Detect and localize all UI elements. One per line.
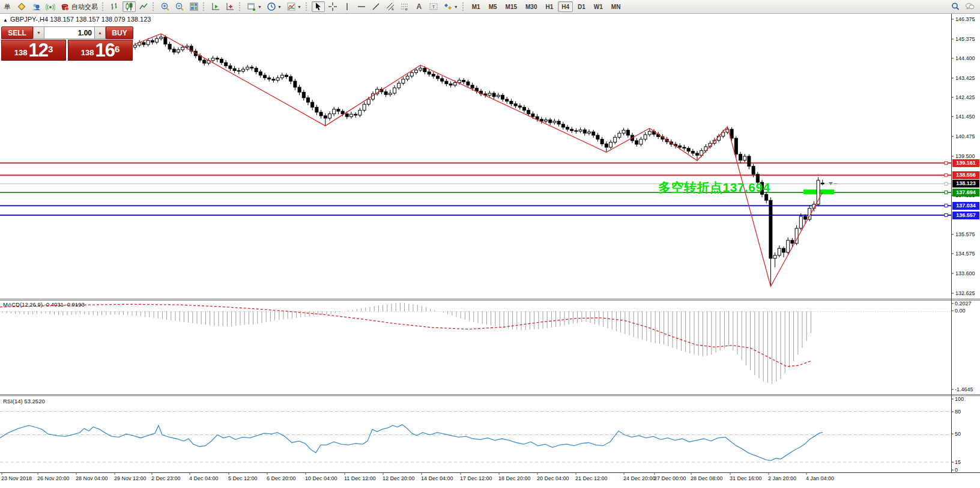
crosshair-tool-button[interactable] bbox=[326, 1, 339, 12]
candle-body bbox=[605, 144, 608, 147]
candle-body bbox=[510, 101, 513, 103]
candle-body bbox=[696, 153, 699, 155]
timeframe-button-h1[interactable]: H1 bbox=[542, 1, 557, 12]
candle-body bbox=[437, 76, 440, 79]
indicators-button[interactable]: ▼ bbox=[285, 1, 303, 12]
candle-body bbox=[527, 110, 530, 114]
chevron-down-icon[interactable]: ▼ bbox=[297, 5, 301, 9]
candle-body bbox=[506, 99, 509, 101]
volume-increase-button[interactable]: ▲ bbox=[94, 26, 106, 39]
candlestick-chart-type-button[interactable] bbox=[122, 1, 136, 12]
timeframe-button-m15[interactable]: M15 bbox=[502, 1, 521, 12]
candle-body bbox=[402, 79, 405, 84]
candle-body bbox=[410, 73, 413, 76]
chat-icon[interactable] bbox=[963, 1, 976, 12]
candle-body bbox=[739, 154, 742, 160]
fibonacci-tool-button[interactable]: F bbox=[398, 1, 411, 12]
timeframe-button-mn[interactable]: MN bbox=[608, 1, 625, 12]
candle-body bbox=[518, 106, 521, 107]
horizontal-line-tool-button[interactable] bbox=[355, 1, 368, 12]
candle-body bbox=[453, 82, 456, 85]
candle-body bbox=[626, 130, 629, 135]
sell-price-display[interactable]: 138 12 3 bbox=[1, 40, 66, 61]
one-click-trading-panel: SELL ▼ ▲ BUY 138 12 3 138 16 6 bbox=[1, 26, 133, 61]
candle-body bbox=[324, 116, 327, 118]
timeframe-button-m30[interactable]: M30 bbox=[522, 1, 540, 12]
macd-indicator-label: MACD(12,26,9) -0.4031 -0.9193 bbox=[3, 301, 85, 308]
candle-body bbox=[268, 78, 271, 79]
sell-price-point: 3 bbox=[48, 40, 53, 58]
candle-body bbox=[570, 129, 573, 130]
sell-price-bigfigure: 138 bbox=[14, 46, 28, 59]
candle-body bbox=[467, 82, 470, 85]
autotrading-label: 自动交易 bbox=[71, 2, 98, 11]
zoom-out-button[interactable] bbox=[173, 1, 186, 12]
candle-body bbox=[566, 127, 569, 129]
candle-body bbox=[319, 112, 322, 116]
candle-body bbox=[358, 110, 361, 115]
text-label-tool-button[interactable]: T bbox=[427, 1, 440, 12]
community-icon[interactable] bbox=[29, 1, 43, 12]
candle-body bbox=[545, 120, 548, 121]
candle-body bbox=[341, 111, 344, 114]
volume-input[interactable] bbox=[44, 26, 94, 39]
candle-body bbox=[363, 104, 366, 110]
candle-body bbox=[769, 200, 772, 258]
timeframe-button-h4[interactable]: H4 bbox=[558, 1, 573, 12]
candle-body bbox=[488, 93, 491, 95]
chart-title: ▲GBPJPY-,H4 138.157 138.157 138.079 138.… bbox=[3, 16, 151, 23]
candle-body bbox=[540, 119, 543, 121]
line-chart-type-button[interactable] bbox=[137, 1, 150, 12]
candle-body bbox=[683, 147, 686, 148]
candle-body bbox=[289, 76, 292, 81]
candle-body bbox=[337, 109, 340, 111]
cursor-tool-button[interactable] bbox=[312, 1, 325, 12]
trendline-tool-button[interactable] bbox=[369, 1, 383, 12]
timeframe-button-w1[interactable]: W1 bbox=[590, 1, 606, 12]
candle-body bbox=[272, 79, 275, 81]
toolbar-grip bbox=[153, 2, 156, 11]
buy-button[interactable]: BUY bbox=[106, 26, 133, 39]
timeframe-button-d1[interactable]: D1 bbox=[574, 1, 589, 12]
toolbar-grip bbox=[462, 2, 466, 11]
new-chart-button[interactable]: ▼ bbox=[245, 1, 264, 12]
periods-clock-button[interactable]: ▼ bbox=[265, 1, 283, 12]
vertical-line-tool-button[interactable] bbox=[340, 1, 354, 12]
candle-body bbox=[367, 99, 370, 104]
candle-body bbox=[389, 93, 392, 94]
arrows-shapes-button[interactable]: ▼ bbox=[441, 1, 460, 12]
chevron-down-icon[interactable]: ▼ bbox=[258, 5, 262, 9]
sell-button[interactable]: SELL bbox=[1, 26, 33, 39]
chart-canvas[interactable] bbox=[0, 0, 980, 488]
chevron-down-icon[interactable]: ▼ bbox=[454, 5, 458, 9]
chevron-down-icon[interactable]: ▼ bbox=[277, 5, 282, 9]
buy-price-display[interactable]: 138 16 6 bbox=[68, 40, 133, 61]
candle-body bbox=[640, 139, 643, 144]
autotrading-button[interactable]: 自动交易 bbox=[58, 1, 100, 12]
candle-body bbox=[255, 68, 258, 72]
history-gold-icon[interactable] bbox=[15, 1, 28, 12]
candle-body bbox=[679, 146, 682, 147]
candle-body bbox=[531, 114, 534, 117]
chart-shift-button[interactable] bbox=[223, 1, 237, 12]
new-order-button[interactable]: 单 bbox=[1, 1, 14, 12]
collapse-panel-arrow[interactable]: ▲ bbox=[3, 17, 8, 23]
candle-body bbox=[773, 255, 776, 258]
candle-body bbox=[730, 129, 733, 138]
candle-body bbox=[242, 69, 245, 71]
zoom-in-button[interactable] bbox=[159, 1, 172, 12]
search-icon[interactable] bbox=[949, 1, 962, 12]
equidistant-channel-tool-button[interactable]: E bbox=[384, 1, 397, 12]
volume-decrease-button[interactable]: ▼ bbox=[33, 26, 44, 39]
level-price-badge: 138.556 bbox=[952, 171, 979, 179]
candle-body bbox=[635, 141, 638, 144]
text-tool-button[interactable]: A bbox=[413, 1, 426, 12]
tile-windows-button[interactable] bbox=[187, 1, 201, 12]
signals-icon[interactable] bbox=[44, 1, 57, 12]
chart-forward-button[interactable] bbox=[209, 1, 222, 12]
timeframe-button-m5[interactable]: M5 bbox=[485, 1, 501, 12]
bar-chart-type-button[interactable] bbox=[108, 1, 121, 12]
candle-body bbox=[333, 109, 336, 114]
timeframe-button-m1[interactable]: M1 bbox=[468, 1, 484, 12]
candle-body bbox=[181, 47, 184, 49]
